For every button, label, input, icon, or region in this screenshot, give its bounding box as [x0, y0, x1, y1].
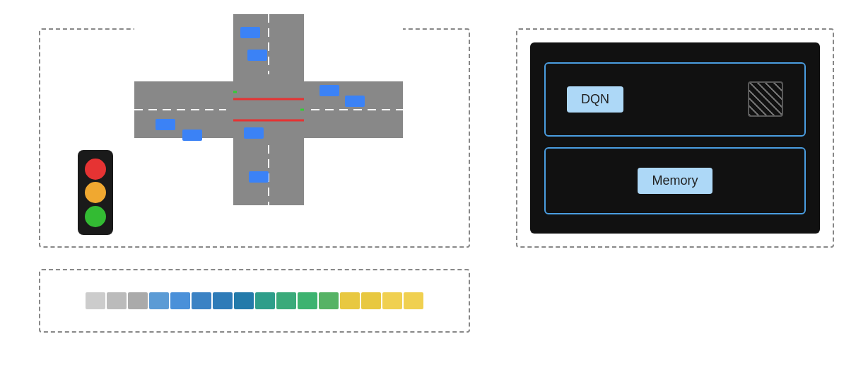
traffic-light	[78, 150, 113, 235]
svg-rect-13	[247, 50, 267, 61]
color-cell	[255, 292, 275, 309]
color-cell	[361, 292, 381, 309]
svg-rect-14	[319, 85, 339, 96]
color-cell	[170, 292, 190, 309]
svg-rect-15	[345, 96, 365, 107]
color-cell	[107, 292, 127, 309]
hatch-icon	[748, 81, 783, 117]
dqn-label: DQN	[567, 86, 623, 113]
color-cell	[404, 292, 423, 309]
color-cells	[86, 292, 423, 309]
color-cell	[340, 292, 360, 309]
memory-card: Memory	[544, 147, 806, 214]
traffic-light-red	[85, 159, 106, 180]
color-cell	[319, 292, 339, 309]
color-cell	[128, 292, 148, 309]
svg-rect-19	[249, 171, 269, 183]
color-cell	[86, 292, 105, 309]
svg-rect-18	[182, 130, 202, 141]
dqn-card: DQN	[544, 62, 806, 137]
color-cell	[149, 292, 169, 309]
color-cell	[382, 292, 402, 309]
svg-rect-17	[156, 119, 175, 130]
traffic-light-green	[85, 206, 106, 227]
color-cell	[276, 292, 296, 309]
traffic-light-yellow	[85, 182, 106, 203]
color-cell	[192, 292, 211, 309]
color-cell	[234, 292, 254, 309]
colorbar-content	[39, 269, 470, 333]
memory-label: Memory	[638, 168, 712, 194]
color-cell	[298, 292, 317, 309]
svg-rect-12	[240, 27, 260, 38]
svg-rect-16	[244, 127, 264, 139]
intersection-container	[134, 14, 403, 205]
color-cell	[213, 292, 233, 309]
